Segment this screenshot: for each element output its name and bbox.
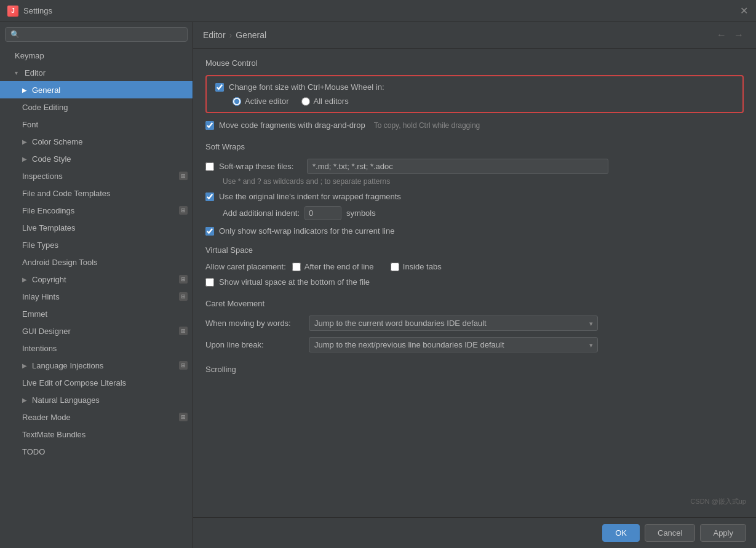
emmet-label: Emmet — [22, 309, 47, 319]
soft-wrap-files-label: Soft-wrap these files: — [219, 162, 302, 171]
mouse-control-heading: Mouse Control — [205, 58, 744, 68]
sidebar-item-font[interactable]: Font — [0, 116, 193, 133]
copyright-arrow: ▶ — [22, 276, 30, 283]
virtual-space-section: Virtual Space Allow caret placement: Aft… — [205, 245, 744, 287]
inspections-label: Inspections — [22, 172, 63, 181]
sidebar-item-gui-designer[interactable]: GUI Designer ⊞ — [0, 322, 193, 340]
sidebar-item-live-edit-compose[interactable]: Live Edit of Compose Literals — [0, 374, 193, 391]
after-end-of-line-label: After the end of line — [304, 262, 384, 271]
live-templates-label: Live Templates — [22, 223, 75, 232]
cancel-button[interactable]: Cancel — [645, 524, 695, 542]
sidebar-item-copyright[interactable]: ▶ Copyright ⊞ — [0, 271, 193, 288]
sidebar-item-emmet[interactable]: Emmet — [0, 305, 193, 322]
ok-button[interactable]: OK — [602, 524, 640, 542]
allow-caret-label: Allow caret placement: — [205, 262, 286, 271]
sidebar-item-keymap[interactable]: Keymap — [0, 47, 193, 64]
android-design-tools-label: Android Design Tools — [22, 258, 98, 267]
all-editors-radio[interactable] — [301, 97, 310, 106]
editor-arrow: ▾ — [15, 69, 22, 76]
show-virtual-space-label: Show virtual space at the bottom of the … — [219, 277, 370, 287]
sidebar-item-general[interactable]: ▶ General — [0, 81, 193, 98]
close-button[interactable]: ✕ — [739, 6, 749, 16]
gui-designer-badge: ⊞ — [179, 327, 188, 335]
sidebar-item-file-code-templates[interactable]: File and Code Templates — [0, 185, 193, 202]
sidebar-item-natural-languages[interactable]: ▶ Natural Languages — [0, 391, 193, 408]
file-code-templates-label: File and Code Templates — [22, 189, 111, 198]
scrolling-section: Scrolling — [205, 365, 744, 374]
sidebar-item-reader-mode[interactable]: Reader Mode ⊞ — [0, 408, 193, 426]
only-show-indicators-label: Only show soft-wrap indicators for the c… — [219, 226, 394, 236]
inspections-badge: ⊞ — [179, 172, 188, 180]
color-scheme-label: Color Scheme — [32, 137, 82, 146]
sidebar-item-language-injections[interactable]: ▶ Language Injections ⊞ — [0, 357, 193, 374]
virtual-space-heading: Virtual Space — [205, 245, 744, 255]
active-editor-radio[interactable] — [233, 97, 241, 106]
show-virtual-space-row: Show virtual space at the bottom of the … — [205, 277, 744, 287]
inside-tabs-label: Inside tabs — [403, 262, 483, 271]
only-show-indicators-checkbox[interactable] — [205, 227, 214, 236]
search-input[interactable] — [5, 27, 188, 42]
copyright-badge: ⊞ — [179, 275, 188, 284]
sidebar-item-live-templates[interactable]: Live Templates — [0, 219, 193, 236]
breadcrumb-bar: Editor › General ← → — [193, 22, 756, 49]
editor-label: Editor — [25, 68, 46, 77]
sidebar-item-code-style[interactable]: ▶ Code Style — [0, 150, 193, 167]
sidebar-item-intentions[interactable]: Intentions — [0, 340, 193, 357]
use-original-indent-row: Use the original line's indent for wrapp… — [205, 192, 744, 201]
reader-mode-badge: ⊞ — [179, 413, 188, 421]
indent-value-input[interactable] — [304, 206, 341, 220]
code-editing-label: Code Editing — [22, 103, 68, 112]
panel-content: Mouse Control Change font size with Ctrl… — [193, 49, 756, 517]
upon-line-break-label: Upon line break: — [205, 340, 304, 349]
right-panel: Editor › General ← → Mouse Control Chang… — [193, 22, 756, 548]
todo-label: TODO — [22, 447, 45, 456]
breadcrumb: Editor › General — [203, 30, 266, 40]
when-moving-select[interactable]: Jump to the current word boundaries IDE … — [309, 316, 598, 331]
sidebar-item-inspections[interactable]: Inspections ⊞ — [0, 167, 193, 185]
sidebar-item-file-encodings[interactable]: File Encodings ⊞ — [0, 202, 193, 219]
after-end-of-line-option: After the end of line — [292, 262, 384, 271]
add-indent-label: Add additional indent: — [223, 208, 300, 218]
soft-wrap-files-row: Soft-wrap these files: — [205, 159, 744, 174]
nav-back-button[interactable]: ← — [714, 28, 729, 42]
after-end-of-line-checkbox[interactable] — [292, 263, 301, 271]
inside-tabs-checkbox[interactable] — [391, 263, 399, 271]
footer: OK Cancel Apply — [193, 517, 756, 548]
file-types-label: File Types — [22, 240, 58, 250]
soft-wrap-checkbox[interactable] — [205, 162, 214, 171]
breadcrumb-separator: › — [229, 30, 233, 40]
soft-wrap-files-input[interactable] — [307, 159, 608, 174]
code-style-arrow: ▶ — [22, 156, 30, 162]
general-arrow: ▶ — [22, 87, 30, 93]
sidebar-item-textmate-bundles[interactable]: TextMate Bundles — [0, 426, 193, 443]
upon-line-break-select[interactable]: Jump to the next/previous line boundarie… — [309, 337, 598, 352]
soft-wrap-hint-block: Use * and ? as wildcards and ; to separa… — [205, 177, 744, 186]
reader-mode-label: Reader Mode — [22, 413, 71, 422]
symbols-label: symbols — [346, 208, 376, 218]
all-editors-option[interactable]: All editors — [301, 97, 349, 106]
natural-languages-label: Natural Languages — [32, 395, 100, 405]
breadcrumb-parent: Editor — [203, 30, 226, 40]
when-moving-label: When moving by words: — [205, 319, 304, 328]
sidebar-item-color-scheme[interactable]: ▶ Color Scheme — [0, 133, 193, 150]
sidebar-item-inlay-hints[interactable]: Inlay Hints ⊞ — [0, 288, 193, 305]
sidebar-item-editor[interactable]: ▾ Editor — [0, 64, 193, 81]
move-code-checkbox[interactable] — [205, 121, 214, 130]
sidebar-item-android-design-tools[interactable]: Android Design Tools — [0, 253, 193, 271]
soft-wrap-hint: Use * and ? as wildcards and ; to separa… — [223, 177, 390, 186]
color-scheme-arrow: ▶ — [22, 138, 30, 145]
show-virtual-space-checkbox[interactable] — [205, 278, 214, 287]
active-editor-option[interactable]: Active editor — [233, 97, 289, 106]
natural-languages-arrow: ▶ — [22, 397, 30, 403]
font-label: Font — [22, 120, 38, 129]
allow-caret-row: Allow caret placement: After the end of … — [205, 262, 744, 271]
sidebar-item-file-types[interactable]: File Types — [0, 236, 193, 253]
active-editor-label: Active editor — [245, 97, 289, 106]
nav-forward-button[interactable]: → — [731, 28, 746, 42]
change-font-size-checkbox[interactable] — [215, 83, 224, 92]
sidebar-item-todo[interactable]: TODO — [0, 443, 193, 460]
upon-line-break-row: Upon line break: Jump to the next/previo… — [205, 337, 744, 352]
sidebar-item-code-editing[interactable]: Code Editing — [0, 98, 193, 116]
apply-button[interactable]: Apply — [700, 524, 746, 542]
use-original-indent-checkbox[interactable] — [205, 193, 214, 201]
